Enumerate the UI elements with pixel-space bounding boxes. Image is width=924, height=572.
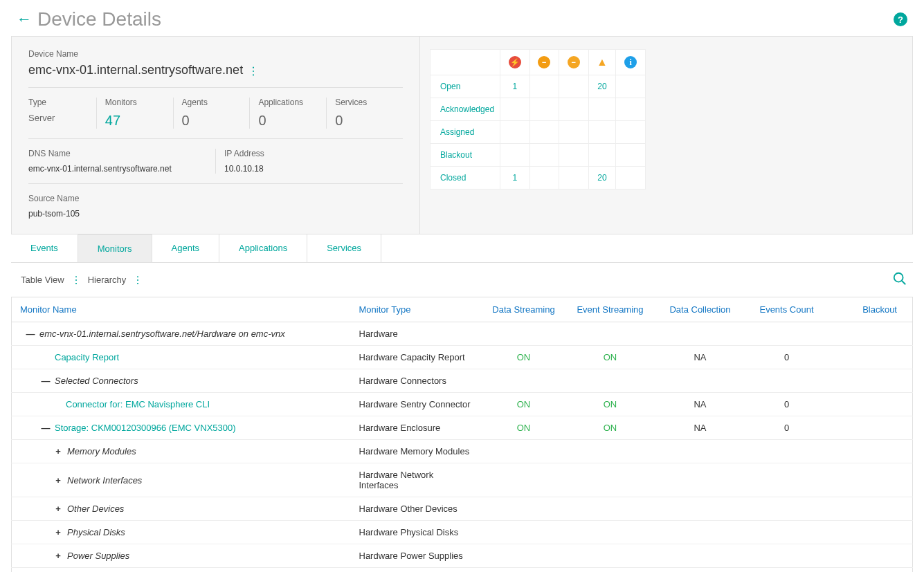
tab-services[interactable]: Services	[307, 234, 381, 262]
tree-toggle-icon[interactable]: +	[53, 551, 63, 561]
help-icon[interactable]: ?	[894, 12, 907, 26]
tree-toggle-icon[interactable]: +	[53, 527, 63, 537]
col-data-collection[interactable]: Data Collection	[655, 297, 745, 322]
monitor-name: emc-vnx-01.internal.sentrysoftware.net/H…	[39, 329, 285, 339]
device-summary-panel: Device Name emc-vnx-01.internal.sentryso…	[11, 36, 913, 234]
table-row: +Network InterfacesHardware Network Inte…	[12, 463, 913, 497]
col-event-streaming[interactable]: Event Streaming	[565, 297, 655, 322]
monitor-name: Network Interfaces	[67, 475, 142, 486]
event-warning-count	[588, 121, 616, 144]
blackout	[828, 393, 913, 416]
event-minor-count	[559, 121, 589, 144]
monitor-type: Hardware Power Supplies	[351, 544, 482, 568]
tab-events[interactable]: Events	[11, 234, 78, 262]
event-row-label: Assigned	[431, 121, 500, 144]
data-streaming	[482, 440, 565, 463]
event-streaming	[565, 440, 655, 463]
services-label: Services	[335, 98, 395, 107]
event-row-assigned: Assigned	[431, 121, 646, 144]
blackout	[828, 544, 913, 568]
col-monitor-name[interactable]: Monitor Name	[12, 297, 351, 322]
monitor-name[interactable]: Storage: CKM00120300966 (EMC VNX5300)	[55, 423, 236, 433]
col-monitor-type[interactable]: Monitor Type	[351, 297, 482, 322]
events-count	[745, 497, 828, 521]
event-row-open: Open120	[431, 75, 646, 98]
ip-value: 10.0.10.18	[224, 164, 403, 174]
event-critical-count	[500, 144, 530, 167]
event-major-count	[529, 75, 559, 98]
col-events-count[interactable]: Events Count	[745, 297, 828, 322]
view-table-label[interactable]: Table View	[21, 275, 64, 285]
tab-monitors[interactable]: Monitors	[78, 234, 152, 262]
event-warning-count[interactable]: 20	[588, 75, 616, 98]
data-collection: NA	[655, 393, 745, 416]
dns-label: DNS Name	[28, 149, 207, 158]
col-data-streaming[interactable]: Data Streaming	[482, 297, 565, 322]
blackout	[828, 497, 913, 521]
hierarchy-menu-icon[interactable]: ⋯	[132, 275, 143, 285]
table-row: +Other DevicesHardware Other Devices	[12, 497, 913, 521]
event-warning-count[interactable]: 20	[588, 167, 616, 190]
tab-applications[interactable]: Applications	[219, 234, 307, 262]
tree-toggle-icon[interactable]: +	[53, 446, 63, 456]
events-count	[745, 521, 828, 544]
event-minor-count	[559, 98, 589, 121]
table-row: —Storage: CKM00120300966 (EMC VNX5300)Ha…	[12, 416, 913, 440]
data-streaming	[482, 463, 565, 497]
source-value: pub-tsom-105	[28, 209, 403, 219]
table-row: Connector for: EMC Navisphere CLIHardwar…	[12, 393, 913, 416]
data-streaming	[482, 568, 565, 573]
event-streaming	[565, 568, 655, 573]
event-streaming	[565, 521, 655, 544]
event-info-count	[616, 144, 646, 167]
table-row: Capacity ReportHardware Capacity ReportO…	[12, 346, 913, 369]
agents-value: 0	[182, 113, 242, 129]
device-name-label: Device Name	[28, 49, 403, 59]
table-row: +Power SuppliesHardware Power Supplies	[12, 544, 913, 568]
monitor-type: Hardware Enclosure	[351, 416, 482, 440]
data-streaming	[482, 497, 565, 521]
back-arrow-icon[interactable]: ←	[17, 10, 32, 28]
monitor-type: Hardware	[351, 322, 482, 346]
events-count	[745, 463, 828, 497]
search-icon[interactable]	[892, 271, 907, 286]
event-summary-table: ⚡ − − ▲ i Open120AcknowledgedAssignedBla…	[430, 49, 646, 190]
event-info-count	[616, 167, 646, 190]
event-info-count	[616, 98, 646, 121]
svg-line-1	[902, 281, 906, 285]
col-blackout[interactable]: Blackout	[828, 297, 913, 322]
monitors-value[interactable]: 47	[105, 113, 165, 129]
table-row: +Physical DisksHardware Physical Disks	[12, 521, 913, 544]
event-streaming	[565, 544, 655, 568]
device-actions-menu-icon[interactable]: ⋯	[247, 66, 260, 75]
event-streaming	[565, 463, 655, 497]
event-critical-count[interactable]: 1	[500, 167, 530, 190]
monitor-name: Memory Modules	[67, 446, 136, 456]
data-collection	[655, 322, 745, 346]
table-row: +ProcessorsHardware Processors	[12, 568, 913, 573]
agents-label: Agents	[182, 98, 242, 107]
table-row: —Selected ConnectorsHardware Connectors	[12, 369, 913, 393]
tree-toggle-icon[interactable]: —	[41, 423, 51, 433]
event-streaming: ON	[565, 416, 655, 440]
tree-toggle-icon[interactable]: —	[26, 329, 35, 339]
monitor-name[interactable]: Capacity Report	[55, 352, 119, 362]
info-icon: i	[624, 56, 637, 68]
tabs: Events Monitors Agents Applications Serv…	[11, 234, 913, 263]
event-minor-count	[559, 167, 589, 190]
monitor-name[interactable]: Connector for: EMC Navisphere CLI	[66, 399, 210, 409]
blackout	[828, 440, 913, 463]
monitor-type: Hardware Network Interfaces	[351, 463, 482, 497]
tree-toggle-icon[interactable]: +	[53, 475, 63, 486]
event-info-count	[616, 75, 646, 98]
event-critical-count[interactable]: 1	[500, 75, 530, 98]
tab-agents[interactable]: Agents	[152, 234, 219, 262]
data-collection: NA	[655, 346, 745, 369]
event-critical-count	[500, 98, 530, 121]
type-label: Type	[28, 98, 88, 107]
blackout	[828, 463, 913, 497]
tree-toggle-icon[interactable]: —	[41, 376, 51, 386]
table-view-menu-icon[interactable]: ⋯	[71, 275, 82, 285]
tree-toggle-icon[interactable]: +	[53, 504, 63, 514]
view-hierarchy-label[interactable]: Hierarchy	[88, 275, 127, 285]
